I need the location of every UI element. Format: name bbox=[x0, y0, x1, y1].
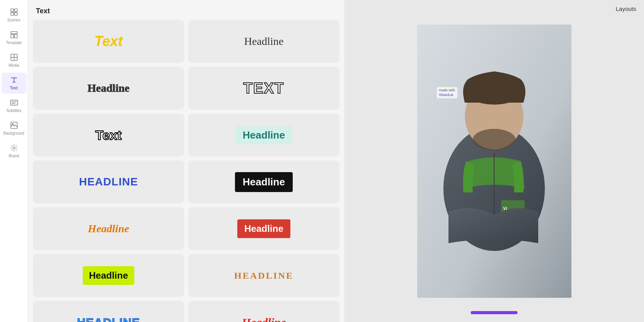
sidebar-template-label: Template bbox=[6, 41, 22, 45]
bottom-progress-bar bbox=[471, 311, 518, 314]
text-sample-14: Headline bbox=[242, 316, 286, 322]
text-style-text-outline-white[interactable]: Text bbox=[33, 114, 184, 157]
sidebar-scenes-label: Scenes bbox=[7, 18, 20, 23]
svg-rect-5 bbox=[11, 34, 13, 38]
text-panel-title: Text bbox=[28, 0, 344, 20]
text-style-headline-red-bg[interactable]: Headline bbox=[188, 207, 340, 250]
text-style-headline-teal-bg[interactable]: Headline bbox=[188, 114, 340, 157]
text-sample-5: Text bbox=[95, 128, 121, 143]
sidebar-item-brand[interactable]: Brand bbox=[2, 141, 27, 162]
background-icon bbox=[10, 121, 18, 130]
video-preview: Vi Depl... made with Vizard.ai bbox=[417, 25, 571, 298]
sidebar-item-media[interactable]: Media bbox=[2, 50, 27, 71]
text-sample-1: Text bbox=[94, 33, 123, 50]
svg-point-15 bbox=[13, 147, 15, 149]
text-style-headline-lime-bg[interactable]: Headline bbox=[33, 254, 184, 297]
brand-icon bbox=[10, 144, 18, 152]
text-icon bbox=[10, 76, 18, 84]
watermark-line2: Vizard.ai bbox=[439, 93, 455, 98]
text-style-headline-serif-stroke[interactable]: Headline bbox=[33, 67, 184, 110]
svg-rect-6 bbox=[14, 34, 17, 38]
svg-rect-10 bbox=[10, 100, 17, 105]
watermark-line1: made with bbox=[439, 88, 455, 93]
text-style-headline-plain[interactable]: Headline bbox=[188, 20, 340, 63]
svg-rect-3 bbox=[14, 12, 17, 15]
sidebar-brand-label: Brand bbox=[9, 154, 19, 158]
watermark: made with Vizard.ai bbox=[437, 87, 457, 98]
text-sample-11: Headline bbox=[83, 266, 134, 285]
svg-rect-2 bbox=[11, 12, 13, 15]
svg-rect-4 bbox=[11, 32, 17, 34]
sidebar-item-template[interactable]: Template bbox=[2, 27, 27, 48]
text-style-headline-red-script[interactable]: Headline bbox=[188, 301, 340, 322]
sidebar-background-label: Background bbox=[4, 131, 24, 136]
text-sample-9: Headline bbox=[88, 222, 129, 235]
text-style-text-outline[interactable]: TEXT bbox=[188, 67, 340, 110]
media-icon bbox=[10, 53, 18, 62]
svg-point-20 bbox=[473, 129, 516, 151]
text-sample-7: HEADLINE bbox=[79, 176, 138, 188]
preview-area: Layouts bbox=[344, 0, 644, 322]
svg-rect-0 bbox=[11, 9, 13, 12]
sidebar-subtitles-label: Subtitles bbox=[6, 109, 21, 113]
layouts-button[interactable]: Layouts bbox=[616, 5, 636, 12]
text-styles-grid: Text Headline Headline TEXT Text Headlin… bbox=[28, 20, 344, 322]
sidebar-item-subtitles[interactable]: Subtitles bbox=[2, 95, 27, 116]
text-sample-6: Headline bbox=[236, 126, 292, 144]
text-sample-3: Headline bbox=[87, 82, 129, 94]
text-style-headline-blue[interactable]: HEADLINE bbox=[33, 160, 184, 203]
text-sample-4: TEXT bbox=[243, 80, 284, 97]
text-sample-12: HEADLINE bbox=[234, 270, 294, 281]
text-sample-13: HEADLINE bbox=[77, 316, 140, 322]
text-sample-8: Headline bbox=[235, 172, 293, 192]
text-style-headline-orange-script[interactable]: Headline bbox=[33, 207, 184, 250]
svg-rect-1 bbox=[14, 9, 17, 12]
sidebar-item-text[interactable]: Text bbox=[2, 73, 27, 94]
text-style-headline-gold-serif[interactable]: HEADLINE bbox=[188, 254, 340, 297]
video-inner: Vi Depl... made with Vizard.ai bbox=[417, 25, 571, 298]
sidebar-text-label: Text bbox=[10, 86, 18, 91]
sidebar-media-label: Media bbox=[9, 63, 19, 68]
text-style-headline-black-bg[interactable]: Headline bbox=[188, 160, 340, 203]
scenes-icon bbox=[10, 8, 18, 16]
text-sample-10: Headline bbox=[237, 219, 290, 238]
text-panel: Text Text Headline Headline TEXT Text He… bbox=[28, 0, 344, 322]
subtitles-icon bbox=[10, 98, 18, 107]
text-style-headline-blue-outline[interactable]: HEADLINE bbox=[33, 301, 184, 322]
sidebar: Scenes Template Media Text Subtitles bbox=[0, 0, 28, 322]
template-icon bbox=[10, 30, 18, 39]
sidebar-item-scenes[interactable]: Scenes bbox=[2, 5, 27, 26]
text-sample-2: Headline bbox=[244, 35, 283, 48]
text-style-yellow-italic[interactable]: Text bbox=[33, 20, 184, 63]
sidebar-item-background[interactable]: Background bbox=[2, 118, 27, 139]
background-svg: Vi Depl... bbox=[417, 25, 571, 298]
